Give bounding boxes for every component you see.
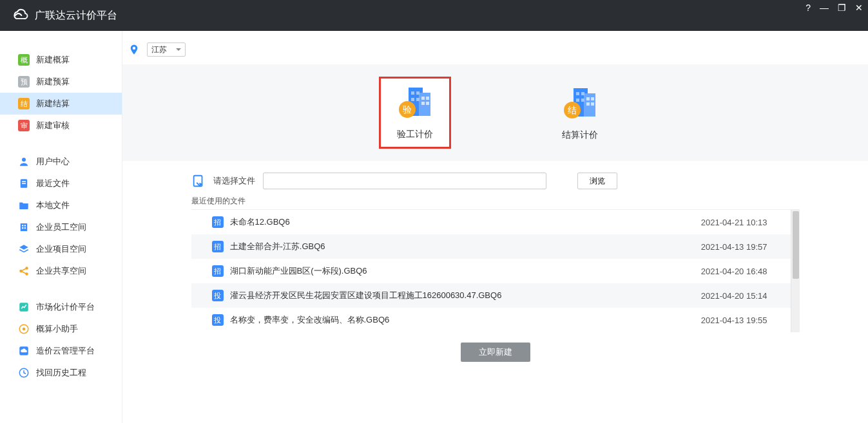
- file-pointer-icon: [191, 174, 206, 188]
- create-row: 立即新建: [191, 332, 800, 362]
- recent-file-list: 招未命名12.GBQ62021-04-21 10:13招土建全部合并-江苏.GB…: [191, 209, 800, 332]
- file-name: 湖口新动能产业园B区(一标段).GBQ6: [230, 265, 701, 277]
- scrollbar-thumb[interactable]: [793, 211, 799, 279]
- market-icon: [18, 301, 30, 313]
- sidebar-item-企业项目空间[interactable]: 企业项目空间: [0, 238, 122, 260]
- svg-rect-35: [581, 99, 584, 102]
- 结-icon: 结: [18, 98, 30, 109]
- 预-icon: 预: [18, 76, 30, 88]
- recent-file-row[interactable]: 投灌云县经济开发区民生花园安置区建设项目工程施工162600630.47.GBQ…: [191, 283, 800, 308]
- svg-rect-25: [426, 97, 429, 100]
- sidebar-item-label: 用户中心: [36, 156, 70, 167]
- file-select-label: 请选择文件: [213, 175, 255, 187]
- sidebar-item-本地文件[interactable]: 本地文件: [0, 194, 122, 216]
- region-select-value: 江苏: [151, 44, 167, 55]
- file-select-row: 请选择文件 浏览: [191, 173, 800, 189]
- svg-rect-20: [411, 91, 414, 95]
- building-icon: [18, 221, 30, 233]
- recent-file-row[interactable]: 招土建全部合并-江苏.GBQ62021-04-13 19:57: [191, 234, 800, 259]
- sidebar-item-概算小助手[interactable]: 概算小助手: [0, 318, 122, 340]
- sidebar-item-label: 企业员工空间: [36, 221, 86, 233]
- share-icon: [18, 265, 30, 277]
- svg-rect-33: [581, 92, 584, 95]
- svg-rect-7: [22, 227, 23, 229]
- file-type-tag: 招: [212, 241, 224, 252]
- sidebar-item-新建预算[interactable]: 预新建预算: [0, 71, 122, 93]
- file-path-input[interactable]: [263, 173, 546, 189]
- file-list-scrollbar[interactable]: [791, 210, 800, 332]
- history-icon: [18, 367, 30, 379]
- svg-rect-5: [22, 225, 23, 226]
- close-button[interactable]: ✕: [855, 3, 863, 13]
- card-jie-icon: 结: [562, 84, 598, 120]
- recent-file-row[interactable]: 投名称变，费率变，安全改编码、名称.GBQ62021-04-13 19:55: [191, 308, 800, 332]
- svg-point-14: [23, 328, 26, 331]
- sidebar-item-label: 新建预算: [36, 76, 70, 88]
- svg-rect-6: [24, 225, 26, 226]
- folder-icon: [18, 200, 30, 211]
- titlebar: 广联达云计价平台 ? — ❐ ✕: [0, 0, 868, 31]
- sidebar-item-市场化计价平台[interactable]: 市场化计价平台: [0, 296, 122, 318]
- file-type-tag: 招: [212, 265, 224, 277]
- file-time: 2021-04-20 16:48: [701, 267, 767, 276]
- cloud-logo-icon: [12, 7, 28, 24]
- recent-file-row[interactable]: 招湖口新动能产业园B区(一标段).GBQ62021-04-20 16:48: [191, 259, 800, 283]
- app-title: 广联达云计价平台: [35, 9, 117, 23]
- sidebar-item-企业员工空间[interactable]: 企业员工空间: [0, 216, 122, 238]
- file-name: 未命名12.GBQ6: [230, 216, 701, 228]
- sidebar-item-label: 企业项目空间: [36, 243, 86, 255]
- svg-rect-3: [22, 183, 26, 184]
- sidebar-item-label: 最近文件: [36, 178, 70, 189]
- sidebar-item-label: 市场化计价平台: [36, 301, 95, 313]
- svg-text:验: 验: [403, 105, 412, 115]
- sidebar-item-企业共享空间[interactable]: 企业共享空间: [0, 260, 122, 282]
- svg-rect-39: [591, 102, 594, 106]
- svg-rect-34: [576, 99, 579, 102]
- sidebar-item-新建概算[interactable]: 概新建概算: [0, 49, 122, 71]
- svg-rect-2: [22, 181, 26, 182]
- doc-icon: [18, 178, 30, 189]
- svg-rect-27: [426, 102, 429, 105]
- svg-rect-23: [416, 98, 420, 101]
- create-now-button[interactable]: 立即新建: [461, 343, 530, 362]
- svg-rect-37: [591, 97, 594, 100]
- sidebar-item-找回历史工程[interactable]: 找回历史工程: [0, 362, 122, 384]
- card-jie[interactable]: 结 结算计价: [548, 84, 612, 141]
- sidebar-item-新建结算[interactable]: 结新建结算: [0, 93, 122, 115]
- user-icon: [18, 156, 30, 167]
- card-yan-icon: 验: [397, 84, 433, 120]
- cloud-icon: [18, 345, 30, 357]
- window-controls: ? — ❐ ✕: [805, 3, 863, 13]
- sidebar-item-label: 造价云管理平台: [36, 345, 95, 357]
- sidebar-item-label: 新建概算: [36, 54, 70, 66]
- sidebar-item-label: 新建审核: [36, 120, 70, 131]
- browse-button[interactable]: 浏览: [577, 173, 617, 189]
- maximize-button[interactable]: ❐: [838, 3, 846, 13]
- svg-rect-26: [421, 102, 425, 105]
- building-icon: 结: [562, 84, 598, 120]
- help-button[interactable]: ?: [805, 3, 811, 13]
- minimize-button[interactable]: —: [820, 3, 829, 13]
- sidebar-item-label: 企业共享空间: [36, 265, 86, 277]
- file-time: 2021-04-13 19:57: [701, 242, 767, 252]
- file-type-tag: 投: [212, 314, 224, 326]
- sidebar-item-用户中心[interactable]: 用户中心: [0, 151, 122, 173]
- svg-point-17: [133, 47, 136, 50]
- file-time: 2021-04-21 10:13: [701, 218, 767, 227]
- sidebar-item-最近文件[interactable]: 最近文件: [0, 173, 122, 194]
- sidebar-item-造价云管理平台[interactable]: 造价云管理平台: [0, 340, 122, 362]
- card-yan[interactable]: 验 验工计价: [379, 77, 451, 149]
- region-row: 江苏: [122, 31, 868, 64]
- building-icon: 验: [397, 84, 433, 120]
- region-select[interactable]: 江苏: [147, 42, 186, 57]
- file-time: 2021-04-20 15:14: [701, 291, 767, 301]
- file-time: 2021-04-13 19:55: [701, 315, 767, 325]
- svg-text:结: 结: [568, 106, 577, 115]
- location-pin-icon: [128, 43, 140, 56]
- svg-rect-22: [411, 98, 414, 101]
- app-body: 概新建概算预新建预算结新建结算审新建审核 用户中心最近文件本地文件企业员工空间企…: [0, 31, 868, 423]
- sidebar-item-新建审核[interactable]: 审新建审核: [0, 115, 122, 136]
- file-name: 土建全部合并-江苏.GBQ6: [230, 241, 701, 252]
- svg-rect-32: [576, 92, 579, 95]
- recent-file-row[interactable]: 招未命名12.GBQ62021-04-21 10:13: [191, 210, 800, 234]
